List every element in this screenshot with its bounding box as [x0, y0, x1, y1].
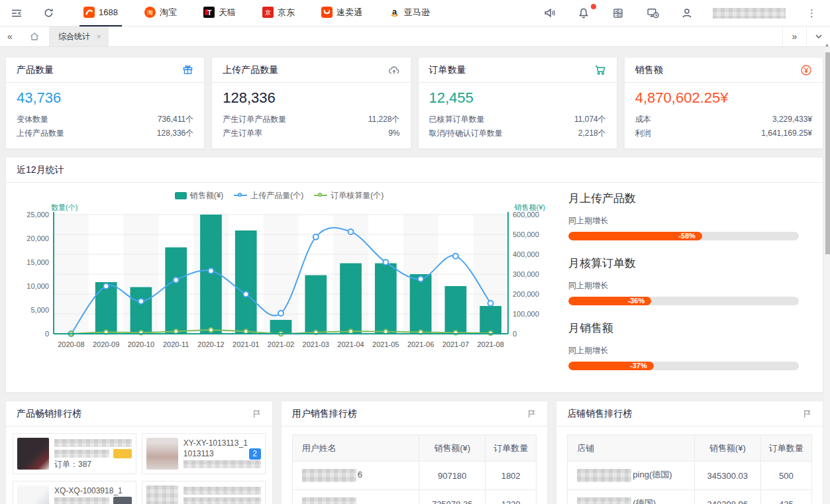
redacted-badge [113, 449, 132, 458]
tabs-scroll-right-icon[interactable]: » [782, 26, 806, 46]
flag-icon[interactable] [252, 409, 262, 419]
stat-card-sales: 销售额 4,870,602.25¥ 成本3,229,433¥ 利润1,641,1… [624, 57, 823, 149]
tabbar-spacer [109, 26, 782, 46]
legend-line-swatch [234, 192, 247, 199]
svg-text:0: 0 [45, 330, 49, 338]
cloud-upload-icon [388, 64, 400, 76]
growth-monthly-uploads: 月上传产品数 同上期增长 -58% [568, 191, 799, 240]
platform-label: 天猫 [219, 7, 236, 19]
orders-cell: 1220 [485, 490, 536, 504]
platform-tab-aliexpress[interactable]: 速卖通 [317, 0, 366, 26]
platform-tab-1688[interactable]: 1688 [79, 0, 122, 26]
card-title: 销售额 [635, 64, 663, 76]
vertical-scrollbar[interactable]: ▲ [825, 48, 830, 504]
svg-text:2021-06: 2021-06 [407, 340, 434, 348]
platform-label: 速卖通 [337, 7, 362, 19]
platform-aliexpress-icon [321, 7, 333, 18]
card-title: 产品数量 [17, 64, 54, 76]
growth-label: 同上期增长 [568, 280, 799, 291]
svg-text:0: 0 [513, 330, 517, 338]
svg-text:600,000: 600,000 [513, 211, 539, 219]
legend-sales[interactable]: 销售额(¥) [175, 190, 224, 201]
product-card-3[interactable]: XQ-XQ-1003918_1 [13, 481, 136, 504]
username-redacted[interactable] [713, 8, 786, 19]
platform-tmall-icon: T [203, 7, 215, 18]
redacted-text [183, 460, 261, 468]
product-image-phone [146, 438, 178, 470]
chart-legend: 销售额(¥) 上传产品量(个) 订单核算量(个) [13, 187, 546, 204]
menu-fold-icon[interactable] [8, 0, 25, 26]
calculator-icon[interactable] [609, 0, 627, 26]
svg-text:300,000: 300,000 [513, 270, 539, 278]
tab-close-icon[interactable]: × [97, 32, 101, 40]
storename-suffix: ping(德国) [633, 470, 672, 479]
column-header: 订单数量 [760, 435, 811, 462]
platform-tab-amazon[interactable]: a 亚马逊 [385, 0, 434, 26]
platform-tab-taobao[interactable]: 淘 淘宝 [140, 0, 181, 26]
svg-text:2020-08: 2020-08 [58, 340, 84, 348]
legend-orders[interactable]: 订单核算量(个) [314, 190, 384, 201]
product-sku: XY-XY-1013113_1 [183, 438, 261, 448]
growth-progressbar: -36% [568, 297, 799, 305]
metric-value: 2,218个 [578, 126, 606, 140]
stat-cards-row: 产品数量 43,736 变体数量736,411个 上传产品数量128,336个 … [5, 57, 823, 149]
store-sales-table: 店铺 销售额(¥) 订单数量 ping(德国) 345300.03 500 [567, 434, 812, 504]
table-row[interactable]: ping(德国) 345300.03 500 [568, 462, 812, 490]
svg-text:2021-02: 2021-02 [268, 340, 294, 348]
growth-monthly-orders: 月核算订单数 同上期增长 -36% [568, 256, 799, 305]
platform-tabs: 1688 淘 淘宝 T 天猫 京 京东 速卖通 a 亚马逊 [70, 0, 443, 26]
platform-tab-jd[interactable]: 京 京东 [258, 0, 299, 26]
product-card-4[interactable] [142, 481, 266, 504]
product-card-2[interactable]: XY-XY-1013113_1 10131132 [142, 433, 266, 474]
panel-title: 店铺销售排行榜 [567, 408, 632, 420]
notifications-bell-icon[interactable] [575, 0, 592, 26]
product-card-1[interactable]: 订单：387 [13, 433, 136, 474]
flag-icon[interactable] [527, 409, 537, 419]
sales-cell: 735078.35 [419, 490, 486, 504]
column-header: 用户姓名 [292, 435, 419, 462]
main-content: 产品数量 43,736 变体数量736,411个 上传产品数量128,336个 … [0, 47, 830, 504]
announcement-icon[interactable] [541, 0, 558, 26]
devices-icon[interactable] [644, 0, 661, 26]
tab-comprehensive-statistics[interactable]: 综合统计 × [49, 26, 109, 46]
user-icon[interactable] [678, 0, 696, 26]
metric-label: 成本 [635, 113, 651, 126]
metric-value: 11,228个 [368, 113, 400, 126]
product-bestseller-panel: 产品畅销排行榜 订单：387 [5, 401, 273, 504]
more-menu-icon[interactable]: ⋮ [803, 5, 821, 21]
refresh-icon[interactable] [40, 0, 57, 26]
product-image-redacted [146, 485, 178, 504]
last-12-months-panel: 近12月统计 销售额(¥) 上传产品量(个) [5, 157, 823, 393]
tabs-scroll-left-icon[interactable]: « [0, 26, 20, 46]
legend-uploaded[interactable]: 上传产品量(个) [234, 190, 303, 201]
growth-title: 月上传产品数 [568, 191, 799, 206]
tabbar-controls: » [782, 26, 830, 46]
scrollbar-up-arrow[interactable]: ▲ [825, 42, 829, 47]
flag-icon[interactable] [802, 409, 812, 419]
gift-icon [182, 64, 193, 76]
stat-card-orders: 订单数量 12,455 已核算订单数量11,074个 取消/待确认订单数量2,2… [418, 57, 617, 149]
orders-cell: 500 [760, 462, 811, 490]
username-suffix: 6 [358, 470, 362, 479]
redacted-text [183, 487, 261, 495]
growth-monthly-sales: 月销售额 同上期增长 -37% [568, 321, 799, 370]
table-row[interactable]: 6 907180 1802 [292, 462, 537, 490]
card-title: 订单数量 [429, 64, 466, 76]
metric-label: 产生订单率 [223, 126, 262, 140]
redacted-username [302, 469, 356, 482]
orders-cell: 435 [760, 490, 811, 504]
home-tab-icon[interactable] [20, 26, 49, 46]
redacted-storename [577, 497, 631, 504]
svg-text:2021-03: 2021-03 [303, 340, 329, 348]
column-header: 订单数量 [485, 435, 536, 462]
table-row[interactable]: 735078.35 1220 [292, 490, 537, 504]
redacted-text [54, 450, 109, 458]
scrollbar-thumb[interactable] [825, 52, 830, 254]
orders-cell: 1802 [485, 462, 536, 490]
platform-tab-tmall[interactable]: T 天猫 [199, 0, 240, 26]
table-row[interactable]: (德国) 340298.96 435 [568, 490, 812, 504]
card-main-value: 4,870,602.25¥ [635, 89, 812, 107]
metric-label: 变体数量 [17, 113, 48, 126]
ranking-panels-row: 产品畅销排行榜 订单：387 [5, 401, 823, 504]
svg-text:2020-10: 2020-10 [128, 340, 154, 348]
